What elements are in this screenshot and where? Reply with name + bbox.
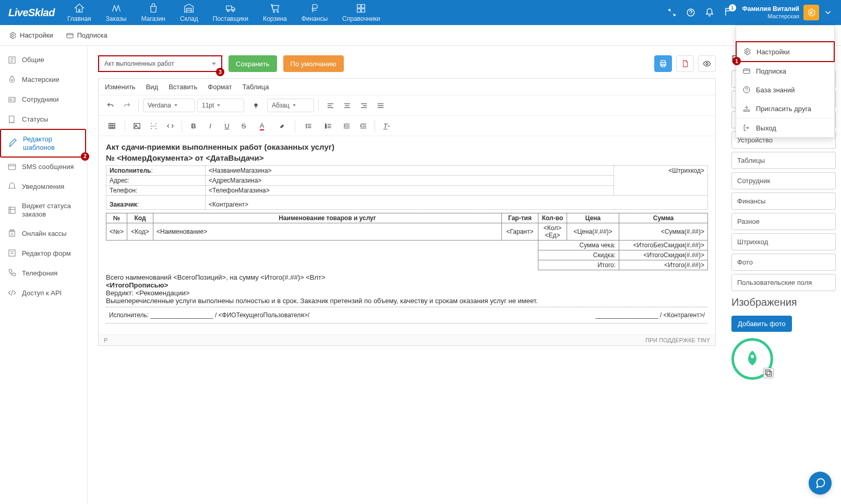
- svg-point-27: [706, 63, 708, 65]
- sidebar-item-5[interactable]: SMS сообщения: [0, 157, 87, 177]
- notif-count: 1: [729, 4, 736, 11]
- var-group[interactable]: Сотрудник: [731, 172, 836, 189]
- svg-rect-7: [362, 9, 365, 12]
- subtab-card[interactable]: Подписка: [66, 29, 107, 42]
- svg-point-28: [254, 103, 257, 106]
- sidebar-item-8[interactable]: Онлайн кассы: [0, 223, 87, 243]
- nav-home[interactable]: Главная: [67, 3, 91, 22]
- editor-content[interactable]: Акт сдачи-приемки выполненных работ (ока…: [99, 136, 715, 334]
- bold-button[interactable]: B: [186, 119, 201, 133]
- size-select[interactable]: 11pt: [197, 99, 244, 112]
- number-list-button[interactable]: 123: [319, 119, 337, 133]
- sidebar-item-2[interactable]: Сотрудники: [0, 90, 87, 110]
- bullet-list-button[interactable]: [299, 119, 317, 133]
- dd-invite[interactable]: Пригласить друга: [736, 99, 834, 118]
- topbar-right: 1 Фамилия Виталий Мастерская: [667, 5, 833, 20]
- menu-Изменить[interactable]: Изменить: [105, 83, 136, 91]
- menu-Формат[interactable]: Формат: [208, 83, 232, 91]
- sidebar-item-4[interactable]: Редактор шаблонов2: [0, 129, 86, 158]
- var-group[interactable]: Разное: [731, 213, 836, 230]
- help-icon[interactable]: [686, 8, 695, 17]
- save-button[interactable]: Сохранить: [229, 55, 277, 72]
- sidebar-item-7[interactable]: Виджет статуса заказов: [0, 197, 87, 223]
- nav-ruble[interactable]: Финансы: [302, 3, 328, 22]
- align-left-button[interactable]: [323, 99, 338, 112]
- print-button[interactable]: [654, 55, 672, 72]
- dd-gear[interactable]: Настройки1: [736, 41, 835, 62]
- flag-icon[interactable]: 1: [724, 7, 733, 18]
- editor: ИзменитьВидВставитьФорматТаблица Verdana…: [98, 78, 716, 346]
- sidebar-item-10[interactable]: Телефония: [0, 263, 87, 283]
- dropdown-header: [736, 26, 834, 42]
- menu-Вид[interactable]: Вид: [146, 83, 159, 91]
- align-justify-button[interactable]: [373, 99, 388, 112]
- nav-refs[interactable]: Справочники: [342, 3, 380, 22]
- copy-icon[interactable]: [763, 368, 774, 378]
- block-select[interactable]: Абзац: [267, 99, 314, 112]
- user-dropdown: Настройки1ПодпискаБаза знанийПригласить …: [736, 25, 835, 138]
- indent-button[interactable]: [356, 119, 370, 133]
- svg-rect-20: [9, 207, 15, 213]
- dd-help[interactable]: База знаний: [736, 80, 834, 99]
- strikethrough-button[interactable]: S: [236, 119, 251, 133]
- outdent-button[interactable]: [339, 119, 354, 133]
- svg-point-13: [11, 34, 14, 37]
- align-center-button[interactable]: [340, 99, 354, 112]
- sidebar-item-1[interactable]: Мастерские: [0, 70, 87, 90]
- pdf-button[interactable]: [676, 55, 694, 72]
- add-photo-button[interactable]: Добавить фото: [731, 316, 792, 332]
- rocket-badge[interactable]: [731, 338, 773, 380]
- pagebreak-button[interactable]: [146, 119, 161, 133]
- bg-color-button[interactable]: [273, 119, 291, 133]
- bell-icon[interactable]: [705, 8, 714, 17]
- chat-fab[interactable]: [809, 472, 832, 495]
- text-color-button[interactable]: A: [253, 119, 271, 133]
- var-group[interactable]: Пользовательские поля: [731, 274, 836, 291]
- code-button[interactable]: [163, 119, 177, 133]
- preview-button[interactable]: [698, 55, 716, 72]
- lineheight-button[interactable]: [246, 99, 265, 112]
- sidebar-item-9[interactable]: Редактор форм: [0, 243, 87, 263]
- svg-text:3: 3: [325, 126, 327, 128]
- sidebar-item-3[interactable]: Статусы: [0, 110, 87, 129]
- template-select[interactable]: Акт выполненных работ 3: [98, 55, 222, 72]
- svg-rect-29: [255, 106, 256, 108]
- var-group[interactable]: Фото: [731, 254, 836, 271]
- user-menu-trigger[interactable]: Фамилия Виталий Мастерская: [742, 5, 833, 20]
- dd-exit[interactable]: Выход: [736, 118, 834, 137]
- subtab-gear[interactable]: Настройки: [8, 29, 53, 42]
- svg-rect-23: [9, 250, 15, 256]
- menu-Вставить[interactable]: Вставить: [169, 83, 197, 91]
- table-button[interactable]: [103, 119, 121, 133]
- reset-button[interactable]: По умолчанию: [283, 55, 344, 72]
- nav-shop[interactable]: Магазин: [141, 3, 165, 22]
- nav-warehouse[interactable]: Склад: [180, 3, 198, 22]
- nav-cart[interactable]: Корзина: [263, 3, 287, 22]
- font-select[interactable]: Verdana: [143, 99, 195, 112]
- menu-Таблица[interactable]: Таблица: [242, 83, 269, 91]
- nav-truck[interactable]: Поставщики: [213, 3, 248, 22]
- underline-button[interactable]: U: [220, 119, 234, 133]
- topnav: ГлавнаяЗаказыМагазинСкладПоставщикиКорзи…: [67, 3, 667, 22]
- sidebar-item-6[interactable]: Уведомления: [0, 177, 87, 197]
- redo-button[interactable]: [119, 99, 134, 112]
- sidebar-item-11[interactable]: Доступ к API: [0, 283, 87, 303]
- svg-rect-6: [357, 9, 361, 12]
- undo-button[interactable]: [103, 99, 117, 112]
- var-group[interactable]: Финансы: [731, 193, 836, 210]
- svg-rect-11: [743, 69, 750, 74]
- sidebar-item-0[interactable]: Общие: [0, 50, 87, 70]
- var-group[interactable]: Таблицы: [731, 152, 836, 169]
- dd-card[interactable]: Подписка: [736, 62, 834, 80]
- image-button[interactable]: [129, 119, 144, 133]
- nav-orders[interactable]: Заказы: [106, 3, 127, 22]
- italic-button[interactable]: I: [203, 119, 218, 133]
- svg-rect-22: [10, 230, 14, 232]
- svg-rect-40: [767, 371, 772, 376]
- clear-format-button[interactable]: T×: [379, 119, 394, 133]
- expand-icon[interactable]: [667, 8, 677, 17]
- var-group[interactable]: Штрихкод: [731, 233, 836, 250]
- svg-rect-41: [765, 370, 770, 375]
- align-right-button[interactable]: [356, 99, 371, 112]
- svg-point-33: [306, 124, 306, 124]
